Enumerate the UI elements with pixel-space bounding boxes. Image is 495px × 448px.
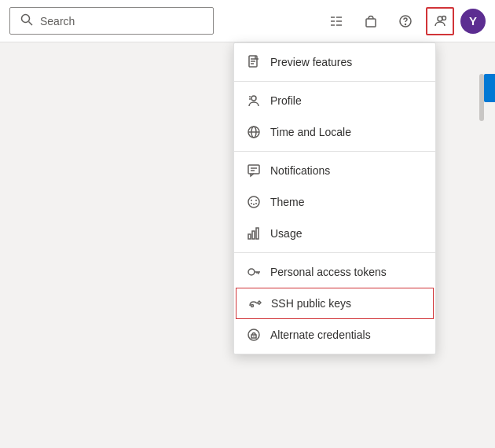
user-settings-icon-button[interactable] <box>426 7 454 35</box>
svg-rect-27 <box>248 165 259 174</box>
svg-point-31 <box>251 200 252 201</box>
svg-rect-36 <box>248 234 251 239</box>
lock-icon <box>247 328 261 342</box>
search-icon <box>20 13 34 29</box>
notifications-label: Notifications <box>270 164 330 177</box>
svg-point-43 <box>251 305 254 307</box>
time-locale-label: Time and Locale <box>270 126 351 138</box>
topbar: Search <box>0 0 495 42</box>
preview-features-label: Preview features <box>270 56 352 68</box>
globe-icon <box>247 125 261 139</box>
divider-1 <box>234 81 435 82</box>
svg-point-45 <box>253 336 255 337</box>
document-icon <box>247 55 261 69</box>
chart-icon <box>247 226 261 241</box>
svg-line-1 <box>29 22 33 26</box>
ssh-public-keys-label: SSH public keys <box>271 297 351 310</box>
svg-point-34 <box>251 203 252 204</box>
svg-point-39 <box>248 269 255 275</box>
menu-item-time-locale[interactable]: Time and Locale <box>234 116 435 148</box>
menu-item-profile[interactable]: Profile <box>234 85 435 116</box>
profile-label: Profile <box>270 94 302 107</box>
palette-icon <box>247 195 261 209</box>
alternate-credentials-label: Alternate credentials <box>270 329 371 341</box>
menu-item-alternate-credentials[interactable]: Alternate credentials <box>234 319 435 351</box>
svg-point-10 <box>405 24 406 24</box>
marketplace-icon-button[interactable] <box>357 7 385 35</box>
svg-rect-8 <box>366 19 376 27</box>
svg-point-0 <box>22 15 30 23</box>
divider-2 <box>234 151 435 152</box>
usage-label: Usage <box>270 227 302 240</box>
svg-rect-38 <box>256 228 258 239</box>
menu-item-preview-features[interactable]: Preview features <box>234 46 435 78</box>
menu-item-ssh-public-keys[interactable]: SSH public keys <box>236 288 434 319</box>
personal-access-tokens-label: Personal access tokens <box>270 266 387 278</box>
main-content: Preview features Profile <box>0 42 495 448</box>
menu-item-personal-access-tokens[interactable]: Personal access tokens <box>234 256 435 288</box>
key-icon <box>247 265 261 279</box>
svg-point-12 <box>442 16 446 20</box>
scrollbar[interactable] <box>479 74 484 121</box>
svg-point-33 <box>253 204 255 205</box>
svg-point-32 <box>255 200 257 201</box>
svg-point-35 <box>255 203 257 204</box>
svg-point-21 <box>251 96 256 101</box>
divider-3 <box>234 252 435 253</box>
profile-icon <box>247 94 261 108</box>
blue-button-hint <box>484 74 495 102</box>
menu-item-notifications[interactable]: Notifications <box>234 155 435 186</box>
chat-icon <box>247 163 261 178</box>
help-icon-button[interactable] <box>391 7 420 35</box>
search-box[interactable]: Search <box>9 7 214 35</box>
ssh-icon <box>248 296 262 310</box>
svg-point-30 <box>248 196 259 207</box>
svg-rect-37 <box>252 231 255 239</box>
theme-label: Theme <box>270 196 305 208</box>
search-placeholder: Search <box>40 15 75 28</box>
user-dropdown-menu: Preview features Profile <box>233 42 436 354</box>
menu-item-theme[interactable]: Theme <box>234 186 435 218</box>
menu-item-usage[interactable]: Usage <box>234 218 435 249</box>
user-avatar[interactable]: Y <box>460 9 486 34</box>
task-list-icon-button[interactable] <box>322 7 350 35</box>
